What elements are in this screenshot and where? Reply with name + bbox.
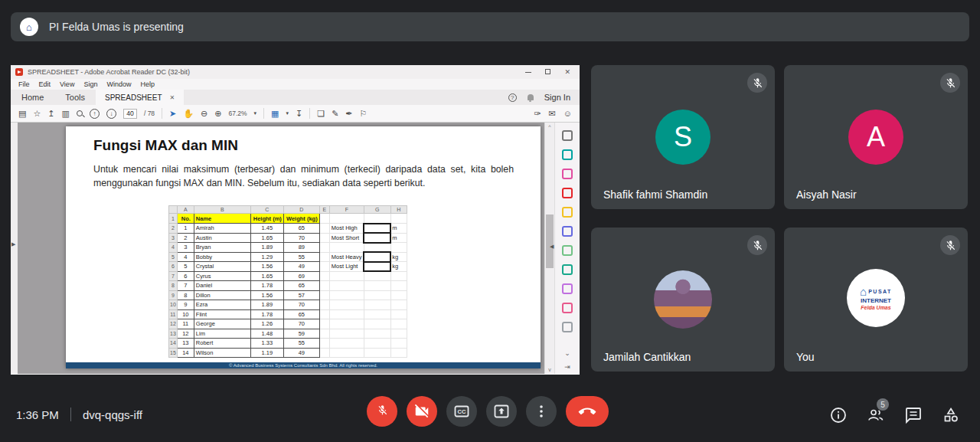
page-number-input[interactable]	[123, 109, 137, 119]
fit-width-icon[interactable]: ↧	[296, 110, 302, 118]
more-options-button[interactable]	[526, 396, 557, 427]
tab-document[interactable]: SPREADSHEET ✕	[96, 90, 184, 105]
convert-pdf-icon[interactable]	[562, 283, 573, 294]
cell-weight: 55	[283, 252, 319, 262]
search-icon[interactable]	[77, 110, 83, 116]
tools-expand-icon[interactable]: ⇥	[564, 363, 570, 371]
comment-icon[interactable]: ❏	[317, 110, 325, 118]
print-icon[interactable]: ▥	[62, 110, 70, 118]
fill-sign-icon[interactable]: ✑	[534, 110, 541, 118]
menu-file[interactable]: File	[14, 80, 34, 88]
create-pdf-icon[interactable]	[562, 188, 573, 198]
combine-files-icon[interactable]	[562, 226, 573, 237]
zoom-level-value[interactable]: 67.2%	[228, 110, 247, 117]
save-icon[interactable]: ▤	[18, 110, 26, 118]
participant-tile[interactable]: Jamilah Cantikkan	[591, 228, 775, 372]
camera-off-button[interactable]	[407, 396, 437, 427]
cell-no: 10	[177, 309, 194, 319]
empty-cell	[364, 339, 390, 349]
export-pdf-icon[interactable]	[562, 149, 573, 160]
zoom-out-icon[interactable]: ⊖	[201, 110, 207, 118]
acrobat-titlebar: SPREADSHEET - Adobe Acrobat Reader DC (3…	[11, 65, 580, 79]
tab-home[interactable]: Home	[11, 90, 54, 105]
tab-tools[interactable]: Tools	[54, 90, 96, 105]
star-icon[interactable]: ☆	[33, 110, 41, 118]
stamp-icon[interactable]: ⚐	[360, 110, 368, 118]
help-icon[interactable]: ?	[508, 93, 517, 102]
nav-pane-strip[interactable]: ▶	[11, 123, 18, 374]
cell-name: Crystal	[194, 262, 250, 272]
minimize-button[interactable]	[525, 69, 531, 76]
participant-tile[interactable]: S Shafik fahmi Shamdin	[591, 65, 775, 209]
previous-page-icon[interactable]: ↑	[90, 109, 100, 119]
edit-pdf-icon[interactable]	[562, 169, 573, 179]
share-people-icon[interactable]: ☺	[564, 110, 572, 118]
empty-cell	[364, 271, 390, 281]
participants-button[interactable]: 5	[867, 406, 885, 424]
scrollbar-thumb[interactable]	[546, 214, 554, 268]
zoom-in-icon[interactable]: ⊕	[214, 110, 221, 118]
cell-weight: 70	[283, 319, 319, 329]
participant-tile[interactable]: A Aisyah Nasir	[784, 65, 968, 209]
share-upload-icon[interactable]: ↥	[47, 110, 54, 118]
end-call-button[interactable]	[566, 396, 609, 427]
mic-mute-button[interactable]	[367, 396, 397, 427]
more-options-icon	[532, 402, 550, 421]
meeting-details-button[interactable]	[829, 406, 848, 424]
menu-sign[interactable]: Sign	[79, 80, 102, 88]
nav-expand-icon[interactable]: ▶	[11, 241, 15, 247]
tools-panel: ◀ ⌄⇥	[554, 123, 580, 374]
hand-tool-icon[interactable]: ✋	[183, 110, 194, 118]
compress-pdf-icon[interactable]	[562, 264, 573, 275]
unit-label: kg	[390, 262, 407, 272]
unit-label	[390, 348, 407, 358]
menu-window[interactable]: Window	[102, 80, 136, 88]
captions-button[interactable]: CC	[446, 396, 477, 427]
scroll-down-icon[interactable]: v	[545, 367, 554, 372]
menu-view[interactable]: View	[55, 80, 79, 88]
notifications-bell-icon[interactable]	[528, 94, 534, 100]
empty-cell	[364, 300, 390, 310]
side-label	[329, 309, 364, 319]
sign-in-button[interactable]: Sign In	[544, 93, 570, 102]
page-total-label: / 78	[144, 110, 155, 117]
zoom-caret-icon[interactable]: ▾	[254, 110, 257, 116]
participant-grid: S Shafik fahmi Shamdin A Aisyah Nasir Ja…	[591, 65, 968, 372]
send-email-icon[interactable]: ✉	[549, 110, 556, 118]
page-display-icon[interactable]: ▦	[271, 110, 279, 118]
close-button[interactable]: ✕	[564, 69, 570, 76]
panel-collapse-icon[interactable]: ◀	[550, 244, 554, 250]
row-number: 5	[169, 252, 178, 262]
clock-time: 1:36 PM	[16, 408, 59, 421]
tab-close-icon[interactable]: ✕	[170, 94, 175, 101]
side-label	[329, 281, 364, 291]
cell-name: Wilson	[194, 348, 250, 358]
activities-button[interactable]	[942, 406, 960, 424]
menu-help[interactable]: Help	[136, 80, 159, 88]
tools-more-icon[interactable]: ⌄	[564, 349, 570, 357]
cell-weight: 70	[283, 233, 319, 243]
cell-no: 4	[177, 252, 194, 262]
presenter-logo-icon: ⌂	[26, 21, 32, 33]
row-number: 2	[169, 224, 178, 234]
more-tools-icon[interactable]	[562, 322, 573, 332]
select-tool-icon[interactable]: ➤	[169, 110, 176, 118]
header-cell: No.	[177, 214, 194, 224]
organize-pages-icon[interactable]	[562, 245, 573, 256]
search-tool-icon[interactable]	[562, 130, 573, 141]
participant-tile[interactable]: ⌂ PUSAT INTERNET Felda Umas You	[784, 228, 968, 372]
cell-no: 12	[177, 329, 194, 339]
chat-button[interactable]	[904, 406, 923, 424]
maximize-button[interactable]	[545, 69, 550, 76]
col-letter: B	[194, 206, 250, 214]
presenting-banner: ⌂ PI Felda Umas is presenting	[11, 12, 969, 41]
scroll-up-icon[interactable]: ^	[545, 124, 554, 129]
page-display-caret-icon[interactable]: ▾	[286, 110, 289, 116]
highlight-icon[interactable]: ✎	[332, 110, 338, 118]
fill-sign-icon[interactable]	[562, 303, 573, 313]
next-page-icon[interactable]: ↓	[106, 109, 116, 119]
present-button[interactable]	[486, 396, 517, 427]
menu-edit[interactable]: Edit	[34, 80, 56, 88]
sign-pen-icon[interactable]: ✒	[345, 110, 352, 118]
comment-tool-icon[interactable]	[562, 207, 573, 218]
